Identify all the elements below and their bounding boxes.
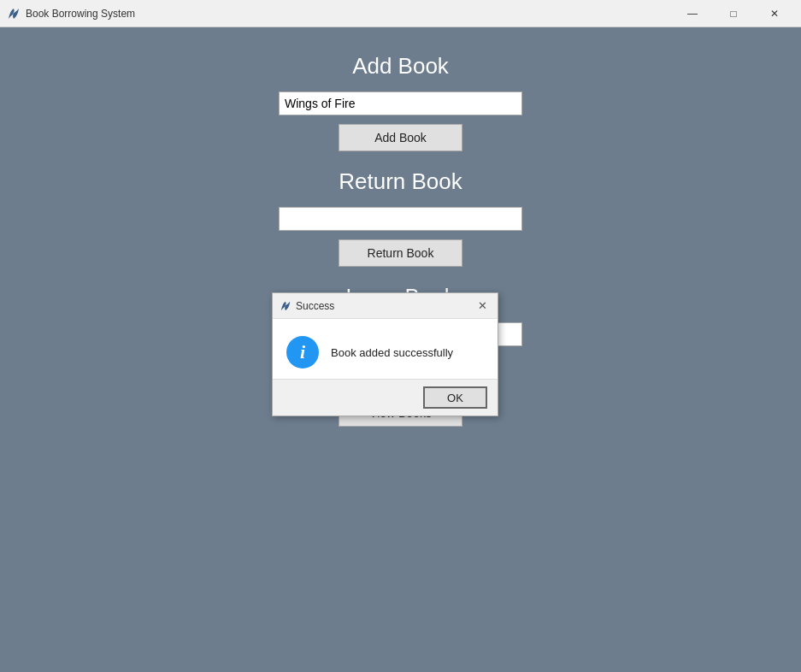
close-button[interactable]: ✕ [755, 1, 794, 27]
app-icon [7, 7, 21, 21]
info-icon-letter: i [300, 343, 305, 362]
dialog-titlebar-left: Success [280, 300, 334, 312]
add-book-section: Add Book Add Book [279, 53, 522, 168]
success-dialog: Success ✕ i Book added successfully OK [272, 292, 498, 416]
title-bar: Book Borrowing System — □ ✕ [0, 0, 801, 27]
window-controls: — □ ✕ [673, 1, 794, 27]
dialog-footer: OK [273, 379, 498, 416]
maximize-button[interactable]: □ [714, 1, 753, 27]
info-icon: i [286, 336, 319, 368]
return-book-button[interactable]: Return Book [339, 239, 462, 267]
dialog-message: Book added successfully [331, 346, 453, 359]
add-book-button[interactable]: Add Book [339, 124, 462, 151]
minimize-button[interactable]: — [673, 1, 712, 27]
dialog-app-icon [280, 300, 292, 312]
dialog-ok-button[interactable]: OK [423, 386, 487, 409]
return-book-section: Return Book Return Book [279, 168, 522, 284]
dialog-titlebar: Success ✕ [273, 293, 498, 319]
title-bar-left: Book Borrowing System [7, 7, 135, 21]
dialog-close-button[interactable]: ✕ [474, 298, 491, 315]
dialog-title: Success [296, 300, 334, 312]
add-book-input[interactable] [279, 91, 522, 115]
return-book-title: Return Book [339, 168, 462, 195]
main-content: Add Book Add Book Return Book Return Boo… [0, 27, 801, 672]
window-title: Book Borrowing System [26, 8, 135, 20]
dialog-body: i Book added successfully [273, 319, 498, 379]
add-book-title: Add Book [352, 53, 449, 80]
return-book-input[interactable] [279, 207, 522, 231]
